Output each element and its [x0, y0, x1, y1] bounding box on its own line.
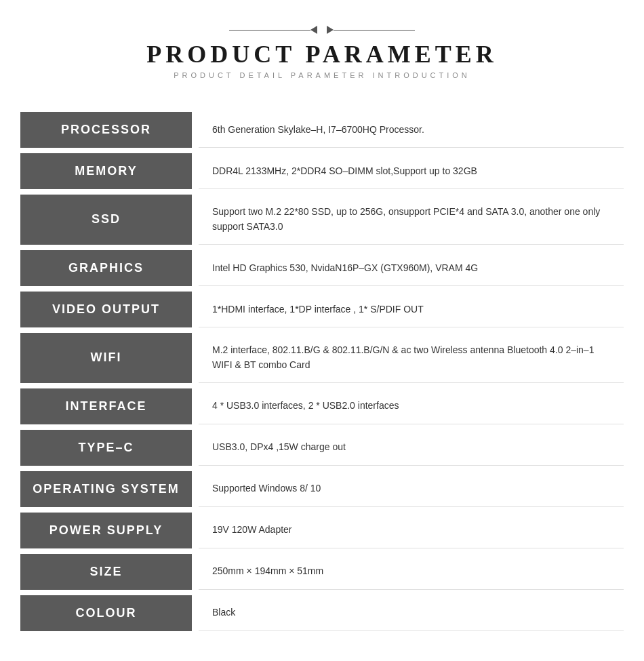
- spacer: [192, 250, 199, 286]
- table-row: MEMORYDDR4L 2133MHz, 2*DDR4 SO–DIMM slot…: [20, 153, 624, 189]
- param-value: USB3.0, DPx4 ,15W charge out: [199, 430, 624, 466]
- spacer: [192, 595, 199, 631]
- param-label: WiFi: [20, 333, 192, 383]
- param-value: 6th Generation Skylake–H, I7–6700HQ Proc…: [199, 112, 624, 148]
- param-value: M.2 interface, 802.11.B/G & 802.11.B/G/N…: [199, 333, 624, 383]
- table-row: SIZE250mm × 194mm × 51mm: [20, 554, 624, 590]
- spacer: [192, 333, 199, 383]
- param-label: POWER SUPPLY: [20, 513, 192, 548]
- spacer: [192, 471, 199, 507]
- param-label: VIDEO OUTPUT: [20, 292, 192, 327]
- param-label: TYPE–C: [20, 430, 192, 466]
- param-label: COLOUR: [20, 595, 192, 631]
- spacer: [192, 430, 199, 466]
- param-label: GRAPHICS: [20, 250, 192, 286]
- param-value: 4 * USB3.0 interfaces, 2 * USB2.0 interf…: [199, 388, 624, 424]
- spacer: [192, 554, 199, 590]
- param-label: MEMORY: [20, 153, 192, 189]
- param-label: INTERFACE: [20, 388, 192, 424]
- spacer: [192, 195, 199, 245]
- param-value: 1*HDMI interface, 1*DP interface , 1* S/…: [199, 292, 624, 327]
- table-row: COLOURBlack: [20, 595, 624, 631]
- param-value: Supported Windows 8/ 10: [199, 471, 624, 507]
- spacer: [192, 112, 199, 148]
- header-decoration: [20, 24, 624, 36]
- table-row: TYPE–CUSB3.0, DPx4 ,15W charge out: [20, 430, 624, 466]
- table-row: WiFiM.2 interface, 802.11.B/G & 802.11.B…: [20, 333, 624, 383]
- param-value: Intel HD Graphics 530, NvidaN16P–GX (GTX…: [199, 250, 624, 286]
- table-row: INTERFACE4 * USB3.0 interfaces, 2 * USB2…: [20, 388, 624, 424]
- arrow-right-icon: [327, 26, 334, 34]
- param-label: SIZE: [20, 554, 192, 590]
- table-row: VIDEO OUTPUT1*HDMI interface, 1*DP inter…: [20, 292, 624, 327]
- param-label: OPERATING SYSTEM: [20, 471, 192, 507]
- param-label: PROCESSOR: [20, 112, 192, 148]
- param-value: Black: [199, 595, 624, 631]
- params-table: PROCESSOR6th Generation Skylake–H, I7–67…: [20, 106, 624, 637]
- table-row: OPERATING SYSTEMSupported Windows 8/ 10: [20, 471, 624, 507]
- page-title: PRODUCT PARAMETER: [20, 40, 624, 68]
- table-row: PROCESSOR6th Generation Skylake–H, I7–67…: [20, 112, 624, 148]
- arrow-left-icon: [310, 26, 317, 34]
- page-header: PRODUCT PARAMETER PRODUCT DETAIL PARAMET…: [20, 14, 624, 86]
- param-label: SSD: [20, 195, 192, 245]
- spacer: [192, 153, 199, 189]
- page-subtitle: PRODUCT DETAIL PARAMETER INTRODUCTION: [20, 71, 624, 79]
- param-value: 250mm × 194mm × 51mm: [199, 554, 624, 590]
- param-value: 19V 120W Adapter: [199, 513, 624, 548]
- spacer: [192, 292, 199, 327]
- spacer: [192, 388, 199, 424]
- param-value: DDR4L 2133MHz, 2*DDR4 SO–DIMM slot,Suppo…: [199, 153, 624, 189]
- spacer: [192, 513, 199, 548]
- table-row: GRAPHICSIntel HD Graphics 530, NvidaN16P…: [20, 250, 624, 286]
- table-row: SSDSupport two M.2 22*80 SSD, up to 256G…: [20, 195, 624, 245]
- line-left: [229, 30, 310, 31]
- table-row: POWER SUPPLY19V 120W Adapter: [20, 513, 624, 548]
- line-right: [334, 30, 415, 31]
- param-value: Support two M.2 22*80 SSD, up to 256G, o…: [199, 195, 624, 245]
